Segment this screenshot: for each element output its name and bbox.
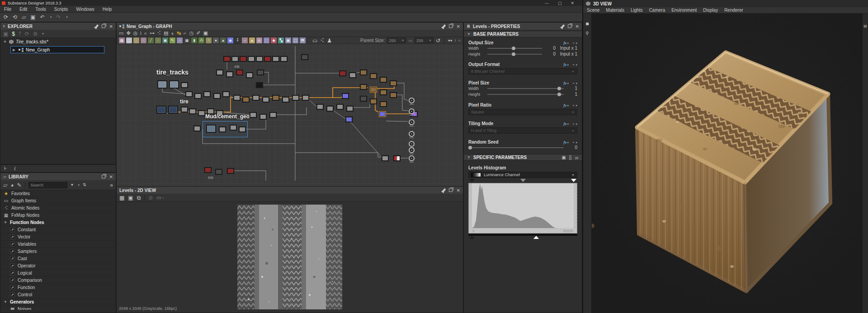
chevron-down-icon[interactable]: ▼: [4, 220, 7, 224]
graph-canvas[interactable]: tire_trackstireMud/cement_geo436505: [117, 44, 463, 186]
output-node[interactable]: [409, 119, 415, 125]
fill-node-icon[interactable]: ◆: [271, 37, 277, 43]
node-finder-icon[interactable]: ⠪: [157, 31, 161, 36]
close-icon[interactable]: ✕: [457, 24, 460, 29]
pin-icon[interactable]: [442, 188, 446, 192]
scatter-node-icon[interactable]: ⁂: [198, 37, 204, 43]
graph-node[interactable]: [390, 80, 397, 86]
graph-node[interactable]: [380, 89, 387, 95]
output-format-dropdown[interactable]: 8 Bits per Channel▼: [468, 68, 577, 75]
close-icon[interactable]: ✕: [457, 188, 460, 193]
menu-windows[interactable]: Windows: [76, 7, 94, 12]
tiling-mode-dropdown[interactable]: H and V Tiling▼: [468, 127, 577, 134]
view3d-menu-camera[interactable]: Camera: [649, 8, 665, 13]
magnet-icon[interactable]: ∩: [458, 39, 461, 42]
graph-node[interactable]: [227, 168, 234, 174]
save-image-icon[interactable]: ▣: [128, 195, 133, 201]
view2d-canvas[interactable]: 2048 x 2048 (Grayscale, 16bpc): [117, 202, 463, 313]
gradient-node-icon[interactable]: ✎: [170, 37, 175, 43]
channel-shuffle-icon[interactable]: ⤬: [141, 37, 146, 43]
library-item-samplers[interactable]: ➚Samplers: [0, 248, 116, 255]
view3d-menu-display[interactable]: Display: [703, 8, 718, 13]
frame-label[interactable]: tire: [180, 98, 189, 105]
curve-node-icon[interactable]: ╱: [148, 37, 154, 43]
float-icon[interactable]: [102, 24, 105, 28]
library-item-vector[interactable]: ➚Vector: [0, 234, 116, 241]
pin-icon[interactable]: [94, 24, 99, 28]
pixel-width-slider[interactable]: [487, 88, 564, 89]
pin-icon[interactable]: [561, 24, 565, 28]
reset-size-icon[interactable]: ↺: [436, 38, 440, 43]
save-package-icon[interactable]: ▣: [3, 31, 8, 37]
uv-dropdown[interactable]: uv▾: [156, 195, 164, 200]
random-seed-slider[interactable]: [468, 147, 564, 148]
graph-node[interactable]: [250, 112, 257, 118]
float-icon[interactable]: [568, 24, 571, 28]
expose-parameter-icon[interactable]: ƒ▾: [563, 41, 569, 45]
graph-node[interactable]: [346, 106, 354, 112]
crop-node-icon[interactable]: ▢: [292, 37, 298, 43]
graph-node[interactable]: [370, 87, 377, 93]
float-icon[interactable]: [102, 175, 105, 178]
circle-node-icon[interactable]: ●: [213, 37, 219, 43]
graph-node[interactable]: [280, 56, 288, 62]
graph-node[interactable]: [390, 92, 397, 98]
graph-node[interactable]: [189, 108, 196, 114]
graph-node[interactable]: [379, 111, 386, 117]
graph-node[interactable]: [360, 84, 367, 90]
function-graph-icon[interactable]: ⌁▾: [572, 140, 577, 145]
graph-node[interactable]: [256, 82, 263, 88]
graph-node[interactable]: [370, 98, 377, 104]
light-icon[interactable]: ⚲: [585, 31, 589, 36]
link-create-icon[interactable]: ⊶: [150, 31, 155, 36]
compact-links-icon[interactable]: ●●: [448, 39, 453, 42]
funnel-icon[interactable]: ▼: [71, 183, 74, 187]
graph-node[interactable]: [242, 97, 250, 103]
search-input[interactable]: Search: [28, 182, 67, 188]
grid-icon[interactable]: ▤: [164, 31, 168, 36]
redo-icon[interactable]: ↷: [56, 14, 61, 20]
graph-node[interactable]: [233, 95, 241, 101]
graph-node[interactable]: [370, 73, 377, 79]
graph-node[interactable]: [181, 107, 188, 112]
tiling-off-icon[interactable]: ⊘: [148, 195, 153, 201]
function-graph-icon[interactable]: ⌁▾: [572, 41, 577, 45]
graph-node[interactable]: [204, 167, 212, 173]
width-value[interactable]: 0: [546, 46, 556, 51]
settings-icon-caret[interactable]: ▾: [42, 32, 44, 36]
view3d-menu-materials[interactable]: Materials: [606, 8, 624, 13]
function-graph-icon[interactable]: ⌁▾: [572, 62, 577, 67]
graph-node[interactable]: [301, 54, 308, 60]
library-item-control[interactable]: ➚Control: [0, 291, 116, 299]
library-item-fxmap-nodes[interactable]: ▦FxMap Nodes: [0, 212, 116, 219]
function-graph-icon[interactable]: ⌁▾: [572, 81, 577, 85]
graph-node[interactable]: [230, 125, 237, 131]
pixel-ratio-dropdown[interactable]: Square▼: [468, 109, 577, 115]
display-image-icon[interactable]: ▣: [203, 31, 208, 36]
graph-node[interactable]: [157, 80, 167, 89]
chevron-down-icon[interactable]: ▼: [3, 40, 7, 44]
filter-time-icon[interactable]: ◕: [10, 182, 14, 188]
info-icon[interactable]: i: [14, 166, 15, 171]
pixel-width-value[interactable]: 1: [567, 86, 577, 91]
expose-parameter-icon[interactable]: ƒ▾: [563, 140, 569, 145]
graph-node[interactable]: [393, 155, 401, 161]
view3d-menu-environment[interactable]: Environment: [671, 8, 697, 13]
tools-icon[interactable]: ✐: [196, 31, 200, 36]
frame-node-icon[interactable]: ▣: [285, 37, 291, 43]
resize-node-icon[interactable]: ⬒: [300, 37, 306, 43]
link-size-icon[interactable]: ∞: [408, 38, 412, 43]
zoom-icon[interactable]: ⌕: [144, 31, 147, 36]
histogram-bottom-marker-0[interactable]: [469, 236, 475, 239]
library-item-logical[interactable]: ➚Logical: [0, 270, 116, 277]
graph-node[interactable]: [316, 104, 324, 110]
undo-icon-caret[interactable]: ▾: [50, 15, 52, 19]
menu-file[interactable]: File: [4, 7, 11, 12]
library-item-favorites[interactable]: ★Favorites: [0, 190, 116, 197]
normal-sphere-icon[interactable]: ◉: [227, 37, 233, 43]
frame-label[interactable]: Mud/cement_geo: [205, 113, 250, 120]
align-vertical-icon[interactable]: ⁝: [455, 39, 456, 42]
graph-node[interactable]: [345, 117, 353, 122]
library-item-function-nodes[interactable]: ▼Function Nodes: [0, 219, 116, 226]
graph-node[interactable]: [216, 70, 223, 75]
